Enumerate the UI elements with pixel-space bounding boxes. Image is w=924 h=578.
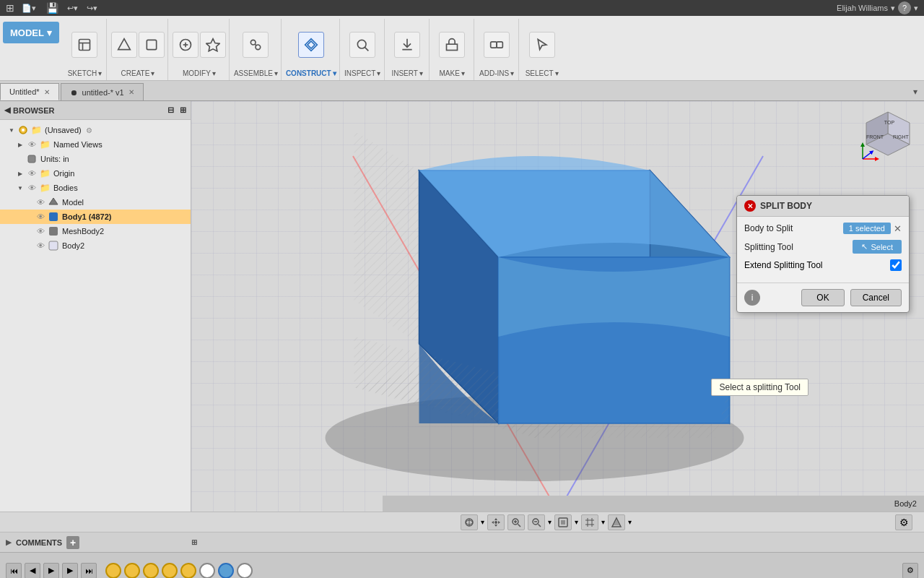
viewport[interactable]: Select a splitting Tool TOP FRONT RIGHT [191, 101, 924, 512]
assemble-btn[interactable] [243, 32, 269, 58]
timeline-item-4[interactable] [162, 563, 178, 579]
grid-btn[interactable] [581, 514, 598, 530]
timeline-item-5[interactable] [180, 563, 196, 579]
toolbar-group-construct: CONSTRUCT▾ [283, 19, 340, 80]
addins-btn[interactable] [484, 32, 510, 58]
create-label[interactable]: CREATE▾ [121, 69, 155, 79]
tab-icon-v1: ⏺ [70, 88, 78, 97]
timeline-skip-end-btn[interactable]: ⏭ [81, 563, 97, 579]
fit-dropdown[interactable]: ▾ [548, 518, 552, 526]
namedviews-expand-icon[interactable]: ▶ [16, 140, 25, 149]
tree-item-origin[interactable]: ▶ 👁 📁 Origin [0, 166, 191, 181]
inspect-label[interactable]: INSPECT▾ [344, 69, 380, 79]
user-dropdown-icon[interactable]: ▾ [891, 4, 895, 13]
origin-expand-icon[interactable]: ▶ [16, 169, 25, 178]
undo-btn[interactable]: ↩▾ [64, 2, 81, 14]
grid-dropdown[interactable]: ▾ [601, 518, 605, 526]
timeline-prev-btn[interactable]: ◀ [25, 563, 40, 579]
sketch-label[interactable]: SKETCH▾ [68, 69, 103, 79]
tree-item-meshbody2[interactable]: 👁 MeshBody2 [0, 224, 191, 238]
browser-collapse-btn[interactable]: ⊟ [167, 105, 174, 115]
pan-btn[interactable] [487, 514, 505, 530]
comments-expand-right[interactable]: ⊞ [191, 538, 197, 546]
tree-item-namedviews[interactable]: ▶ 👁 📁 Named Views [0, 137, 191, 152]
redo-btn[interactable]: ↪▾ [84, 2, 100, 14]
construct-btn[interactable] [298, 32, 324, 58]
orbit-dropdown[interactable]: ▾ [481, 518, 484, 526]
timeline-item-6[interactable] [199, 563, 215, 579]
tree-item-model[interactable]: 👁 Model [0, 195, 191, 210]
tab-close-2[interactable]: ✕ [128, 88, 134, 96]
model-eye-icon: 👁 [35, 197, 46, 208]
settings-btn[interactable]: ⚙ [895, 514, 912, 530]
units-spacer [16, 155, 25, 163]
help-dropdown-icon[interactable]: ▾ [914, 4, 918, 13]
body2-spacer [25, 241, 33, 250]
addins-label[interactable]: ADD-INS▾ [479, 69, 514, 79]
info-btn[interactable]: i [744, 290, 760, 306]
modify-label[interactable]: MODIFY▾ [183, 69, 216, 79]
insert-btn[interactable] [394, 32, 420, 58]
add-comment-btn[interactable]: + [66, 536, 79, 549]
tab-collapse-btn[interactable]: ▾ [907, 83, 924, 100]
timeline-item-1[interactable] [105, 563, 121, 579]
sketch-btn[interactable] [71, 32, 97, 58]
timeline-skip-start-btn[interactable]: ⏮ [6, 563, 22, 579]
splitting-tool-select-btn[interactable]: ↖ Select [853, 240, 902, 254]
orbit-btn[interactable] [461, 514, 478, 530]
grid-menu-icon[interactable]: ⊞ [6, 2, 14, 14]
ok-btn[interactable]: OK [801, 289, 844, 306]
timeline-item-3[interactable] [143, 563, 159, 579]
timeline-next-btn[interactable]: ▶ [62, 563, 78, 579]
tab-untitled[interactable]: Untitled* ✕ [0, 83, 59, 100]
inspect-btn[interactable] [349, 32, 375, 58]
extend-tool-checkbox[interactable] [890, 259, 902, 271]
svg-line-48 [518, 524, 521, 527]
zoom-btn[interactable] [507, 514, 525, 530]
timeline-settings-btn[interactable]: ⚙ [902, 563, 918, 579]
tab-bar: Untitled* ✕ ⏺ untitled-* v1 ✕ ▾ [0, 81, 924, 101]
cancel-btn[interactable]: Cancel [850, 289, 902, 306]
file-menu[interactable]: 📄▾ [17, 2, 40, 14]
model-dropdown[interactable]: MODEL ▾ [3, 22, 59, 43]
save-btn[interactable]: 💾 [43, 1, 61, 15]
browser-collapse-left-icon[interactable]: ◀ [4, 105, 10, 115]
timeline-item-7[interactable] [218, 563, 234, 579]
dialog-close-left-icon[interactable]: ✕ [744, 200, 756, 212]
tree-item-body1[interactable]: 👁 Body1 (4872) [0, 210, 191, 224]
select-btn[interactable] [529, 32, 555, 58]
tree-item-root[interactable]: ▼ 📁 (Unsaved) ⚙ [0, 123, 191, 137]
tab-untitled-v1[interactable]: ⏺ untitled-* v1 ✕ [61, 83, 144, 100]
snap-btn[interactable] [608, 514, 625, 530]
modify-btn2[interactable] [200, 32, 226, 58]
settings-icon[interactable]: ⚙ [86, 126, 92, 134]
assemble-label[interactable]: ASSEMBLE▾ [234, 69, 278, 79]
body-to-split-close-icon[interactable]: ✕ [894, 223, 902, 234]
construct-label[interactable]: CONSTRUCT▾ [286, 69, 336, 79]
tree-item-bodies[interactable]: ▼ 👁 📁 Bodies [0, 181, 191, 195]
make-btn[interactable] [439, 32, 465, 58]
create-btn[interactable] [111, 32, 137, 58]
help-btn[interactable]: ? [898, 1, 911, 14]
browser-expand-btn[interactable]: ⊞ [180, 105, 186, 115]
fit-btn[interactable] [528, 514, 545, 530]
snap-dropdown[interactable]: ▾ [628, 518, 632, 526]
make-label[interactable]: MAKE▾ [439, 69, 464, 79]
timeline-item-2[interactable] [124, 563, 140, 579]
tree-item-units[interactable]: Units: in [0, 152, 191, 166]
tab-close-1[interactable]: ✕ [44, 88, 50, 96]
bodies-expand-icon[interactable]: ▼ [16, 184, 25, 192]
display-btn[interactable] [554, 514, 572, 530]
insert-label[interactable]: INSERT▾ [391, 69, 423, 79]
root-expand-icon[interactable]: ▼ [7, 126, 16, 134]
nav-cube[interactable]: TOP FRONT RIGHT [859, 108, 917, 166]
comments-expand-icon[interactable]: ▶ [6, 538, 12, 546]
timeline-item-8[interactable] [237, 563, 253, 579]
display-dropdown[interactable]: ▾ [575, 518, 578, 526]
tree-item-body2[interactable]: 👁 Body2 [0, 238, 191, 253]
timeline-play-btn[interactable]: ▶ [43, 563, 59, 579]
body2-icon [48, 240, 59, 251]
modify-btn[interactable] [173, 32, 199, 58]
select-label[interactable]: SELECT▾ [526, 69, 559, 79]
create-btn2[interactable] [139, 32, 165, 58]
